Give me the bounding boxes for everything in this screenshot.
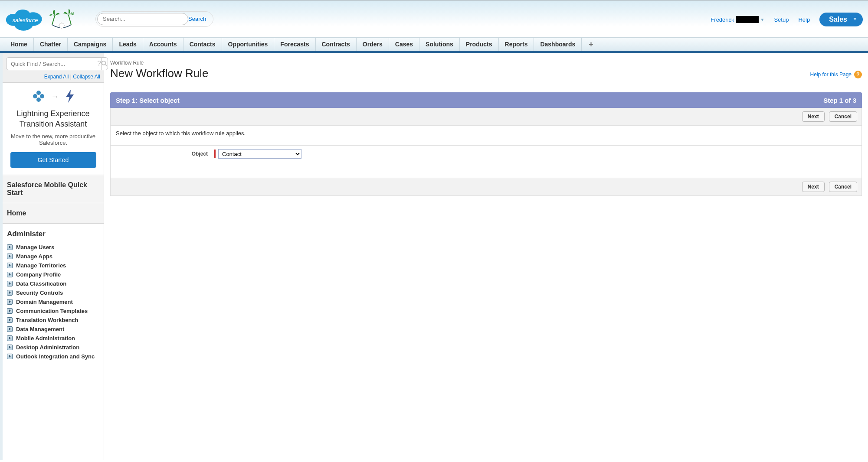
redacted-surname (736, 16, 759, 23)
expand-all-link[interactable]: Expand All (44, 74, 69, 80)
quick-find-input[interactable] (6, 57, 97, 70)
promo-title: Lightning Experience Transition Assistan… (7, 108, 99, 130)
chevron-down-icon (853, 18, 857, 20)
step-count: Step 1 of 3 (823, 97, 856, 104)
tab-dashboards[interactable]: Dashboards (534, 38, 582, 51)
step-description: Select the object to which this workflow… (110, 126, 862, 146)
tab-orders[interactable]: Orders (357, 38, 389, 51)
tab-contacts[interactable]: Contacts (183, 38, 222, 51)
sidebar-item-label: Manage Apps (16, 253, 52, 260)
sidebar-item-label: Mobile Administration (16, 335, 75, 342)
tab-cases[interactable]: Cases (389, 38, 419, 51)
help-for-page-link[interactable]: Help for this Page ? (810, 71, 862, 78)
tab-campaigns[interactable]: Campaigns (68, 38, 113, 51)
svg-point-5 (59, 23, 64, 28)
main-content: Workflow Rule New Workflow Rule Help for… (104, 53, 868, 460)
tab-home[interactable]: Home (4, 38, 34, 51)
object-select[interactable]: Contact (218, 149, 301, 159)
step-header: Step 1: Select object Step 1 of 3 (110, 92, 862, 108)
logo-group: salesforce 20 (5, 6, 75, 32)
sidebar-item-translation-workbench[interactable]: Translation Workbench (7, 316, 99, 325)
setup-link[interactable]: Setup (774, 16, 789, 23)
cancel-button[interactable]: Cancel (829, 111, 857, 122)
svg-point-9 (36, 91, 41, 95)
expand-icon (7, 317, 13, 323)
sidebar-item-domain-management[interactable]: Domain Management (7, 297, 99, 306)
next-button[interactable]: Next (802, 182, 825, 192)
cancel-button[interactable]: Cancel (829, 182, 857, 192)
sidebar-item-label: Communication Templates (16, 308, 88, 314)
lightning-promo: → Lightning Experience Transition Assist… (3, 83, 104, 175)
sidebar-item-manage-territories[interactable]: Manage Territories (7, 261, 99, 270)
sidebar-item-label: Data Classification (16, 280, 66, 287)
tab-accounts[interactable]: Accounts (143, 38, 183, 51)
home-section[interactable]: Home (3, 203, 104, 224)
expand-icon (7, 299, 13, 305)
get-started-button[interactable]: Get Started (10, 152, 96, 168)
sidebar-item-company-profile[interactable]: Company Profile (7, 270, 99, 279)
lightning-icon (65, 90, 75, 104)
app-switcher[interactable]: Sales (819, 13, 863, 26)
sidebar-item-desktop-administration[interactable]: Desktop Administration (7, 343, 99, 352)
sidebar-item-label: Data Management (16, 326, 64, 332)
expand-icon (7, 354, 13, 359)
expand-icon (7, 335, 13, 341)
expand-icon (7, 281, 13, 286)
mobile-quick-start-section[interactable]: Salesforce Mobile Quick Start (3, 175, 104, 203)
user-menu[interactable]: Frederick ▼ (711, 16, 764, 23)
global-search-button[interactable]: Search (188, 16, 211, 22)
help-link[interactable]: Help (798, 16, 810, 23)
tab-add-icon[interactable]: + (582, 38, 600, 51)
arrow-right-icon: → (51, 92, 59, 101)
object-row: Object Contact (110, 146, 862, 178)
sidebar-item-mobile-administration[interactable]: Mobile Administration (7, 334, 99, 343)
mobile-quick-start-heading: Salesforce Mobile Quick Start (7, 181, 99, 197)
administer-heading: Administer (7, 230, 99, 238)
app-name: Sales (829, 16, 847, 23)
summer-release-icon: 20 (49, 8, 75, 30)
sidebar-item-data-classification[interactable]: Data Classification (7, 279, 99, 288)
quick-find-help-icon[interactable]: ? (97, 57, 101, 70)
svg-point-11 (36, 98, 41, 102)
tab-leads[interactable]: Leads (113, 38, 143, 51)
user-name: Frederick (711, 16, 734, 23)
chevron-down-icon: ▼ (760, 17, 765, 22)
sidebar-item-label: Manage Territories (16, 262, 66, 269)
tab-forecasts[interactable]: Forecasts (274, 38, 315, 51)
step-title: Step 1: Select object (116, 97, 180, 104)
svg-point-10 (40, 94, 44, 98)
sidebar-search-area: ? Expand All | Collapse All (3, 53, 104, 83)
help-for-page-label: Help for this Page (810, 72, 852, 78)
salesforce-logo-icon: salesforce (5, 6, 45, 32)
sidebar-item-outlook-integration-and-sync[interactable]: Outlook Integration and Sync (7, 352, 99, 361)
tab-chatter[interactable]: Chatter (34, 38, 68, 51)
svg-point-13 (37, 95, 40, 98)
expand-icon (7, 254, 13, 259)
global-search-input[interactable] (97, 13, 188, 25)
sidebar-item-label: Security Controls (16, 290, 63, 296)
collapse-all-link[interactable]: Collapse All (73, 74, 100, 80)
sidebar-item-data-management[interactable]: Data Management (7, 325, 99, 334)
svg-text:salesforce: salesforce (13, 17, 38, 23)
sidebar-item-label: Desktop Administration (16, 344, 79, 351)
button-row-top: Next Cancel (110, 108, 862, 126)
tab-solutions[interactable]: Solutions (419, 38, 460, 51)
sidebar-item-label: Company Profile (16, 271, 61, 278)
sidebar-item-security-controls[interactable]: Security Controls (7, 288, 99, 297)
expand-icon (7, 326, 13, 332)
tab-products[interactable]: Products (460, 38, 499, 51)
breadcrumb: Workflow Rule (110, 60, 862, 66)
tab-contracts[interactable]: Contracts (316, 38, 357, 51)
sidebar-item-manage-apps[interactable]: Manage Apps (7, 252, 99, 261)
global-search: Search (95, 11, 213, 27)
sidebar-item-manage-users[interactable]: Manage Users (7, 243, 99, 252)
next-button[interactable]: Next (802, 111, 825, 122)
expand-icon (7, 263, 13, 268)
expand-icon (7, 308, 13, 314)
expand-icon (7, 345, 13, 350)
sidebar-item-communication-templates[interactable]: Communication Templates (7, 306, 99, 316)
header-right: Frederick ▼ Setup Help Sales (711, 13, 863, 26)
tab-reports[interactable]: Reports (499, 38, 534, 51)
expand-icon (7, 290, 13, 296)
tab-opportunities[interactable]: Opportunities (222, 38, 275, 51)
